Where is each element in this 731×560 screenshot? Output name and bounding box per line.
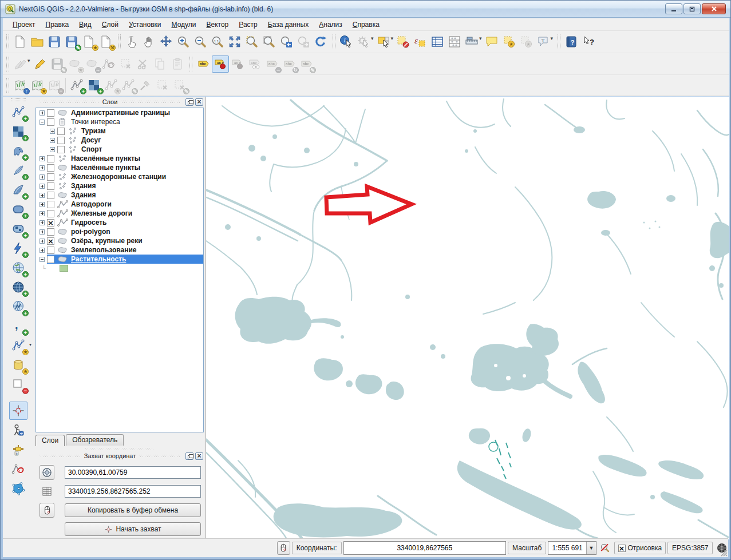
tab-layers[interactable]: Слои (35, 435, 65, 446)
coord-panel-close-button[interactable] (195, 452, 203, 460)
add-oracle-georaster-button[interactable]: + (9, 239, 27, 257)
change-label-button[interactable]: ✎ (298, 55, 315, 73)
pin-unpin-labels-button[interactable] (229, 55, 246, 73)
statusbar-coordinates-input[interactable] (343, 541, 506, 555)
run-feature-action-button[interactable] (355, 33, 372, 50)
layer-checkbox[interactable] (47, 173, 54, 181)
layer-checkbox[interactable] (57, 146, 65, 153)
render-toggle[interactable]: × Отрисовка (614, 542, 666, 554)
menu-project[interactable]: Проект (7, 19, 41, 30)
layer-checkbox[interactable] (47, 210, 54, 217)
expand-icon[interactable] (50, 138, 55, 143)
tab-browser[interactable]: Обозреватель (66, 434, 124, 446)
zoom-native-button[interactable] (209, 33, 226, 50)
touch-zoom-pan-button[interactable] (123, 33, 140, 50)
toolbar-grip[interactable] (11, 98, 26, 101)
zoom-full-extent-button[interactable] (226, 33, 243, 50)
zoom-to-selection-button[interactable] (243, 33, 260, 50)
copy-to-clipboard-button[interactable]: Копировать в буфер обмена (65, 503, 201, 517)
track-mouse-button[interactable] (39, 503, 54, 518)
project-new-star-button[interactable]: ★ (29, 77, 46, 94)
build-tools-button[interactable] (137, 77, 154, 94)
map-canvas[interactable] (206, 97, 729, 539)
edit-vector-layer-button[interactable]: ✎ (120, 77, 137, 94)
layer-row[interactable]: Здания (36, 181, 203, 190)
expand-icon[interactable] (39, 239, 45, 244)
add-raster-layer-button[interactable]: + (9, 122, 27, 141)
move-label-button[interactable]: → (263, 55, 280, 73)
expand-icon[interactable] (39, 156, 45, 161)
add-feature-button[interactable]: ★ (66, 55, 83, 73)
layer-row[interactable]: poi-polygon (36, 227, 203, 236)
layer-labeling-options-button[interactable] (195, 55, 212, 73)
open-attribute-table-button[interactable] (429, 33, 446, 50)
menu-view[interactable]: Вид (74, 19, 97, 30)
menu-help[interactable]: Справка (347, 19, 385, 30)
toolbar-grip[interactable] (6, 78, 9, 93)
toggle-editing-button[interactable] (31, 55, 49, 73)
copy-features-button[interactable] (152, 55, 169, 73)
layer-checkbox[interactable] (47, 201, 54, 208)
deselect-all-button[interactable] (394, 33, 412, 50)
help-contents-button[interactable] (563, 33, 580, 50)
field-calculator-button[interactable] (446, 33, 463, 50)
minimize-button[interactable] (665, 3, 682, 14)
close-button[interactable] (702, 3, 726, 14)
stop-render-button[interactable] (599, 541, 612, 555)
menu-edit[interactable]: Правка (41, 19, 74, 30)
maximize-button[interactable] (683, 3, 701, 14)
cut-features-button[interactable] (135, 55, 152, 73)
text-annotation-button[interactable] (535, 33, 552, 50)
expand-icon[interactable] (39, 229, 45, 235)
layers-panel-header[interactable]: Слои (34, 97, 206, 107)
new-bookmark-button[interactable] (500, 33, 517, 50)
expand-icon[interactable] (39, 193, 45, 198)
layer-row[interactable]: Населённые пункты (36, 154, 203, 163)
select-features-button[interactable] (375, 33, 392, 50)
expand-icon[interactable] (39, 110, 45, 116)
menu-plugins[interactable]: Модули (167, 19, 201, 30)
composer-manager-button[interactable]: ⚒ (97, 33, 114, 50)
save-project-as-button[interactable]: ✎ (63, 33, 80, 50)
layer-row[interactable]: Административные границы (36, 108, 203, 117)
menu-raster[interactable]: Растр (234, 19, 262, 30)
layer-row[interactable]: Автодороги (36, 200, 203, 209)
layer-row[interactable]: Досуг (36, 136, 203, 145)
add-spatialite-layer-button[interactable]: + (9, 161, 27, 180)
add-wms-layer-button[interactable]: + (9, 259, 27, 277)
move-feature-button[interactable]: → (83, 55, 100, 73)
layer-row[interactable]: Туризм (36, 126, 203, 136)
layer-tree[interactable]: Административные границы Точки интереса … (35, 108, 204, 432)
select-by-expression-button[interactable] (412, 33, 429, 50)
add-vector-layer-button[interactable]: + (9, 103, 27, 121)
menu-settings[interactable]: Установки (124, 19, 167, 30)
expand-icon[interactable] (39, 248, 45, 253)
map-tips-button[interactable] (483, 33, 500, 50)
add-wfs-layer-button[interactable]: + (9, 297, 27, 316)
menu-database[interactable]: База данных (263, 19, 314, 30)
toolbar-grip[interactable] (558, 34, 560, 49)
expand-icon[interactable] (39, 184, 45, 189)
layer-row[interactable]: Железные дороги (36, 209, 203, 218)
render-checkbox[interactable]: × (618, 545, 626, 552)
geocoder-plugin-button[interactable] (9, 421, 27, 439)
layer-group-row[interactable]: Точки интереса (36, 117, 203, 126)
coord-panel-float-button[interactable] (185, 452, 193, 460)
menu-analysis[interactable]: Анализ (314, 19, 347, 30)
layer-checkbox[interactable] (57, 137, 65, 144)
layer-checkbox-checked[interactable]: × (47, 219, 54, 227)
project-to-server-button[interactable]: ↑ (11, 77, 29, 94)
zoom-out-button[interactable] (192, 33, 209, 50)
layer-page-button[interactable] (154, 77, 171, 94)
coord-panel-header[interactable]: Захват координат (34, 451, 206, 461)
statusbar-track-mouse-button[interactable] (277, 541, 290, 555)
layer-checkbox[interactable] (57, 128, 65, 135)
crs-status-label[interactable]: EPSG:3857 (667, 542, 713, 554)
whats-this-button[interactable] (580, 33, 597, 50)
projected-coords-input[interactable] (65, 485, 201, 498)
layer-checkbox[interactable] (47, 182, 54, 190)
add-raster-layer-button[interactable]: + (85, 77, 102, 94)
start-capture-button[interactable]: Начать захват (65, 522, 201, 536)
add-mssql-layer-button[interactable]: + (9, 181, 27, 199)
identify-features-button[interactable] (338, 33, 355, 50)
